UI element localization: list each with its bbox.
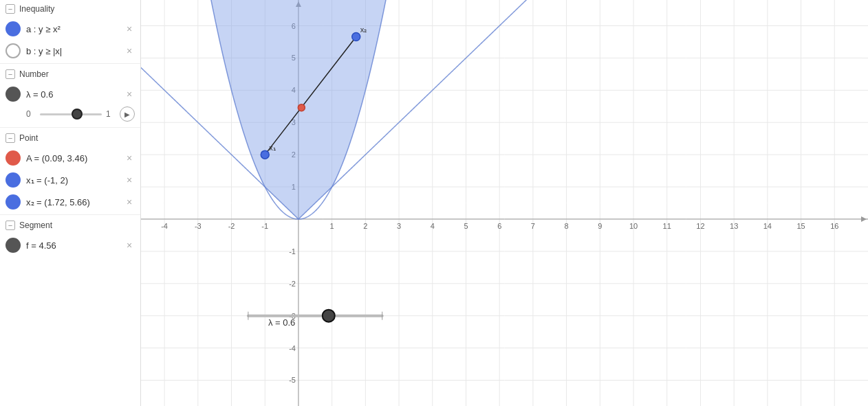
segment-section-label: Segment (19, 221, 52, 230)
item-b-label: b : y ≥ |x| (26, 46, 118, 56)
item-b-color-icon (6, 43, 21, 58)
inequality-item-a[interactable]: a : y ≥ x² × (0, 18, 140, 40)
lambda-slider-row: 0 1 ▶ (0, 105, 140, 126)
graph-canvas[interactable] (141, 0, 868, 406)
point-item-x2[interactable]: x₂ = (1.72, 5.66) × (0, 191, 140, 213)
divider-3 (0, 214, 140, 215)
number-section-header: − Number (0, 65, 140, 83)
point-x1-label: x₁ = (-1, 2) (26, 175, 118, 185)
inequality-section-label: Inequality (19, 4, 54, 14)
play-button[interactable]: ▶ (120, 106, 135, 122)
inequality-item-b[interactable]: b : y ≥ |x| × (0, 40, 140, 62)
point-x2-color-icon (6, 194, 21, 210)
point-A-label: A = (0.09, 3.46) (26, 153, 118, 163)
lambda-color-icon (6, 87, 21, 102)
point-item-x1[interactable]: x₁ = (-1, 2) × (0, 169, 140, 191)
divider-1 (0, 63, 140, 64)
point-A-color-icon (6, 150, 21, 166)
number-section-label: Number (19, 69, 49, 79)
point-item-A[interactable]: A = (0.09, 3.46) × (0, 147, 140, 169)
slider-thumb[interactable] (72, 109, 83, 120)
inequality-section-header: − Inequality (0, 0, 140, 18)
point-section-label: Point (19, 133, 38, 143)
number-collapse-btn[interactable]: − (6, 69, 15, 79)
point-collapse-btn[interactable]: − (6, 133, 15, 143)
sidebar: − Inequality a : y ≥ x² × b : y ≥ |x| × … (0, 0, 141, 406)
item-a-label: a : y ≥ x² (26, 24, 118, 34)
point-x2-close-btn[interactable]: × (124, 196, 135, 207)
lambda-label: λ = 0.6 (26, 89, 118, 100)
segment-f-close-btn[interactable]: × (124, 240, 135, 251)
segment-f-color-icon (6, 238, 21, 253)
point-A-close-btn[interactable]: × (124, 153, 135, 163)
item-a-close-btn[interactable]: × (124, 23, 135, 34)
point-x1-color-icon (6, 172, 21, 188)
slider-min-label: 0 (26, 109, 36, 119)
lambda-close-btn[interactable]: × (124, 89, 135, 100)
segment-item-f[interactable]: f = 4.56 × (0, 234, 140, 256)
slider-track (40, 113, 102, 115)
lambda-slider[interactable] (40, 109, 102, 119)
point-section-header: − Point (0, 129, 140, 147)
segment-section-header: − Segment (0, 216, 140, 234)
graph-area[interactable] (141, 0, 868, 406)
point-x1-close-btn[interactable]: × (124, 174, 135, 185)
inequality-collapse-btn[interactable]: − (6, 4, 15, 14)
segment-f-label: f = 4.56 (26, 240, 118, 251)
divider-2 (0, 127, 140, 128)
point-x2-label: x₂ = (1.72, 5.66) (26, 197, 118, 207)
item-a-color-icon (6, 21, 21, 36)
slider-max-label: 1 (106, 109, 116, 119)
lambda-item[interactable]: λ = 0.6 × (0, 83, 140, 105)
item-b-close-btn[interactable]: × (124, 45, 135, 56)
segment-collapse-btn[interactable]: − (6, 221, 15, 230)
